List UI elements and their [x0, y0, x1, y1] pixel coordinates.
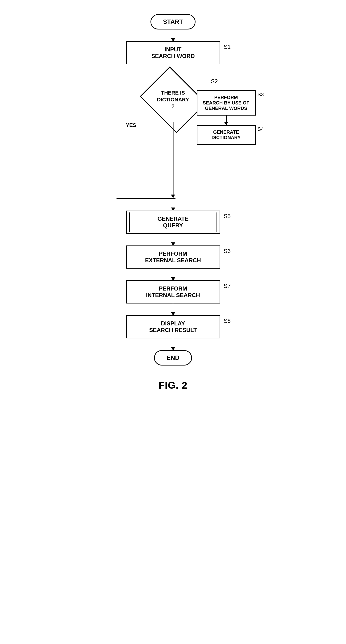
- s3-label: S3: [258, 92, 264, 98]
- arrow-yes-path: [173, 122, 173, 198]
- s4-merge-arrow: [116, 198, 202, 199]
- diagram-container: START INPUT SEARCH WORD S1 THERE IS DICT…: [0, 0, 346, 644]
- s2-label: S2: [211, 78, 218, 85]
- arrow-s7-to-s8: [173, 304, 173, 315]
- s6-wrapper: PERFORM EXTERNAL SEARCH S6: [126, 246, 220, 268]
- flowchart: START INPUT SEARCH WORD S1 THERE IS DICT…: [90, 14, 256, 391]
- yes-label: YES: [126, 122, 136, 128]
- s7-process: PERFORM INTERNAL SEARCH: [126, 280, 220, 304]
- s3-process: PERFORM SEARCH BY USE OF GENERAL WORDS: [197, 90, 256, 116]
- s5-label: S5: [224, 213, 231, 220]
- s1-wrapper: INPUT SEARCH WORD S1: [126, 41, 220, 64]
- s6-label: S6: [224, 248, 231, 254]
- arrow-s5-to-s6: [173, 234, 173, 246]
- s4-label: S4: [258, 126, 264, 132]
- start-terminal: START: [150, 14, 196, 30]
- figure-label: FIG. 2: [158, 380, 188, 391]
- s8-label: S8: [224, 318, 231, 324]
- s7-wrapper: PERFORM INTERNAL SEARCH S7: [126, 280, 220, 304]
- s8-process: DISPLAY SEARCH RESULT: [126, 315, 220, 338]
- s8-wrapper: DISPLAY SEARCH RESULT S8: [126, 315, 220, 338]
- s1-process: INPUT SEARCH WORD: [126, 41, 220, 64]
- s7-label: S7: [224, 283, 231, 289]
- arrow-s6-to-s7: [173, 268, 173, 280]
- branch-section: THERE IS DICTIONARY ? S2 YES NO PERFORM …: [90, 76, 256, 199]
- right-branch: PERFORM SEARCH BY USE OF GENERAL WORDS S…: [197, 90, 256, 145]
- s1-label: S1: [224, 44, 231, 50]
- s4-wrapper: GENERATE DICTIONARY S4: [197, 125, 256, 145]
- s5-wrapper: GENERATE QUERY S5: [126, 210, 220, 234]
- arrow-start-to-s1: [173, 30, 173, 41]
- end-terminal: END: [154, 350, 192, 366]
- s3-wrapper: PERFORM SEARCH BY USE OF GENERAL WORDS S…: [197, 90, 256, 116]
- s2-diamond-wrapper: THERE IS DICTIONARY ? S2: [142, 76, 204, 123]
- arrow-branch-to-s5: [173, 199, 173, 210]
- s2-diamond-container: THERE IS DICTIONARY ?: [142, 76, 204, 123]
- s5-process: GENERATE QUERY: [126, 210, 220, 234]
- arrow-s8-to-end: [173, 338, 173, 350]
- s6-process: PERFORM EXTERNAL SEARCH: [126, 246, 220, 268]
- s4-process: GENERATE DICTIONARY: [197, 125, 256, 145]
- s2-diamond-text: THERE IS DICTIONARY ?: [157, 90, 189, 110]
- arrow-s3-to-s4: [226, 116, 227, 125]
